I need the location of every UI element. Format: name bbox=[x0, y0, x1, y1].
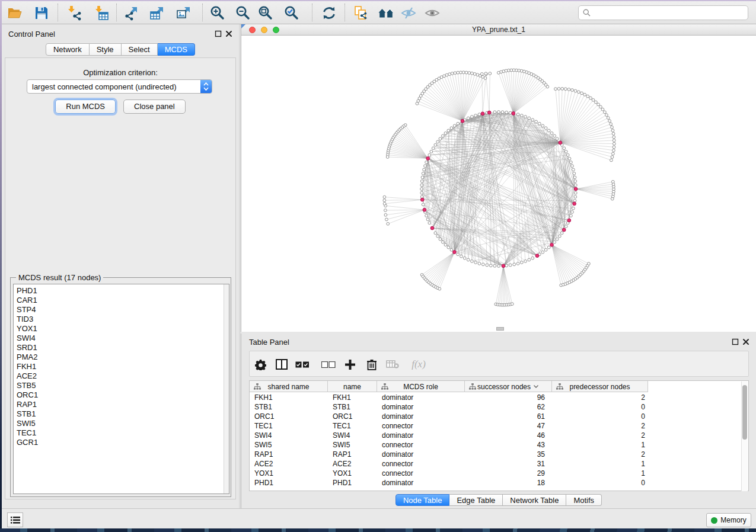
select-all-icon[interactable] bbox=[294, 357, 311, 372]
save-session-icon[interactable] bbox=[30, 4, 53, 22]
main-toolbar bbox=[2, 1, 756, 24]
mcds-result-item[interactable]: SWI5 bbox=[14, 419, 229, 428]
unselect-all-icon[interactable] bbox=[320, 357, 337, 372]
table-scrollbar[interactable] bbox=[741, 382, 748, 491]
mcds-result-item[interactable]: SWI4 bbox=[14, 334, 229, 343]
export-network-icon[interactable] bbox=[119, 4, 143, 22]
zoom-in-icon[interactable] bbox=[205, 4, 229, 22]
mcds-result-item[interactable]: PHD1 bbox=[14, 286, 229, 296]
float-table-icon[interactable] bbox=[732, 338, 739, 345]
zoom-fit-icon[interactable] bbox=[253, 4, 277, 22]
column-header-name[interactable]: name bbox=[328, 381, 377, 392]
table-cell: dominator bbox=[377, 450, 465, 459]
close-table-icon[interactable] bbox=[742, 338, 749, 345]
column-header-predecessor-nodes[interactable]: predecessor nodes bbox=[552, 381, 648, 392]
mcds-result-item[interactable]: RAP1 bbox=[14, 400, 229, 409]
tab-edge-table[interactable]: Edge Table bbox=[449, 494, 503, 506]
export-image-icon[interactable] bbox=[172, 4, 196, 22]
sort-desc-icon bbox=[533, 384, 539, 389]
mcds-result-item[interactable]: ACE2 bbox=[14, 371, 229, 381]
table-cell: STB1 bbox=[250, 402, 328, 412]
tab-network-table[interactable]: Network Table bbox=[503, 494, 566, 506]
mcds-result-item[interactable]: SRD1 bbox=[14, 343, 229, 352]
task-history-button[interactable] bbox=[7, 512, 23, 527]
mcds-result-list[interactable]: PHD1CAR1STP4TID3YOX1SWI4SRD1PMA2FKH1ACE2… bbox=[13, 284, 229, 494]
table-row[interactable]: PHD1PHD1dominator180 bbox=[250, 478, 648, 488]
tab-node-table[interactable]: Node Table bbox=[395, 494, 450, 506]
columns-icon[interactable] bbox=[273, 357, 291, 372]
refresh-layout-icon[interactable] bbox=[317, 4, 341, 22]
network-nodes[interactable] bbox=[383, 69, 615, 306]
column-header-successor-nodes[interactable]: successor nodes bbox=[465, 381, 552, 392]
network-titlebar[interactable]: YPA_prune.txt_1 bbox=[241, 24, 756, 36]
gear-icon[interactable] bbox=[251, 357, 269, 372]
table-row[interactable]: YOX1YOX1connector291 bbox=[250, 469, 648, 478]
node-table: shared namenameMCDS rolesuccessor nodesp… bbox=[249, 380, 749, 491]
table-cell: 2 bbox=[552, 450, 648, 459]
mcds-result-item[interactable]: CAR1 bbox=[14, 296, 229, 305]
close-panel-icon[interactable] bbox=[225, 30, 232, 37]
mcds-result-item[interactable]: YOX1 bbox=[14, 324, 229, 334]
close-panel-button[interactable]: Close panel bbox=[123, 100, 186, 114]
optimization-label: Optimization criterion: bbox=[5, 68, 235, 77]
mcds-result-item[interactable]: FKH1 bbox=[14, 362, 229, 371]
mcds-result-item[interactable]: STB1 bbox=[14, 409, 229, 419]
optimization-dropdown[interactable]: largest connected component (undirected) bbox=[27, 79, 212, 94]
tab-select[interactable]: Select bbox=[122, 43, 158, 56]
table-cell: 1 bbox=[552, 469, 648, 478]
zoom-selected-icon[interactable] bbox=[279, 4, 303, 22]
import-table-icon[interactable] bbox=[90, 4, 113, 22]
delete-table-icon[interactable] bbox=[384, 357, 401, 372]
mcds-result-item[interactable]: GCR1 bbox=[14, 438, 229, 447]
float-panel-icon[interactable] bbox=[215, 30, 222, 37]
mcds-result-item[interactable]: STP4 bbox=[14, 305, 229, 315]
table-row[interactable]: ACE2ACE2connector311 bbox=[250, 459, 648, 469]
mcds-result-item[interactable]: TID3 bbox=[14, 315, 229, 324]
table-row[interactable]: FKH1FKH1dominator962 bbox=[250, 393, 648, 402]
mcds-result-item[interactable]: PMA2 bbox=[14, 352, 229, 362]
open-file-icon[interactable] bbox=[3, 4, 27, 22]
table-row[interactable]: TEC1TEC1connector472 bbox=[250, 421, 648, 431]
table-cell: STB1 bbox=[328, 402, 377, 412]
table-row[interactable]: SWI5SWI5connector431 bbox=[250, 440, 648, 450]
table-toolbar: f(x) bbox=[249, 351, 749, 377]
table-cell: 2 bbox=[552, 421, 648, 431]
column-header-MCDS-role[interactable]: MCDS role bbox=[377, 381, 465, 392]
table-row[interactable]: SWI4SWI4dominator462 bbox=[250, 431, 648, 440]
mcds-result-item[interactable]: STB5 bbox=[14, 381, 229, 390]
splitter-grip[interactable] bbox=[496, 327, 504, 331]
export-table-icon[interactable] bbox=[145, 4, 169, 22]
table-cell: 43 bbox=[465, 440, 552, 450]
table-cell: 46 bbox=[465, 431, 552, 440]
memory-button[interactable]: Memory bbox=[706, 513, 751, 527]
table-cell: PHD1 bbox=[328, 478, 377, 488]
control-panel-tabs: NetworkStyleSelectMCDS bbox=[2, 43, 239, 56]
toolbar-separator bbox=[202, 4, 203, 21]
table-row[interactable]: RAP1RAP1dominator352 bbox=[250, 450, 648, 459]
show-all-icon[interactable] bbox=[420, 4, 444, 22]
search-input[interactable] bbox=[591, 7, 748, 19]
table-row[interactable]: STB1STB1dominator620 bbox=[250, 402, 648, 412]
hide-selected-icon[interactable] bbox=[397, 4, 420, 22]
mcds-result-item[interactable]: TEC1 bbox=[14, 428, 229, 438]
add-column-icon[interactable] bbox=[341, 357, 359, 372]
table-row[interactable]: ORC1ORC1dominator610 bbox=[250, 412, 648, 421]
mcds-result-item[interactable]: ORC1 bbox=[14, 390, 229, 400]
network-canvas[interactable] bbox=[241, 36, 756, 331]
tab-mcds[interactable]: MCDS bbox=[158, 43, 195, 56]
tab-motifs[interactable]: Motifs bbox=[566, 494, 602, 506]
import-network-icon[interactable] bbox=[62, 4, 86, 22]
first-neighbors-icon[interactable] bbox=[374, 4, 398, 22]
run-mcds-button[interactable]: Run MCDS bbox=[55, 100, 116, 114]
tab-network[interactable]: Network bbox=[46, 43, 90, 56]
zoom-out-icon[interactable] bbox=[231, 4, 254, 22]
column-header-shared-name[interactable]: shared name bbox=[250, 381, 328, 392]
new-network-from-selection-icon[interactable] bbox=[349, 4, 372, 22]
table-cell: 2 bbox=[552, 393, 648, 402]
table-cell: RAP1 bbox=[328, 450, 377, 459]
tab-style[interactable]: Style bbox=[90, 43, 122, 56]
mcds-scrollbar[interactable] bbox=[224, 284, 229, 493]
search-box[interactable] bbox=[578, 5, 748, 20]
delete-column-icon[interactable] bbox=[363, 357, 381, 372]
table-cell: 18 bbox=[465, 478, 552, 488]
